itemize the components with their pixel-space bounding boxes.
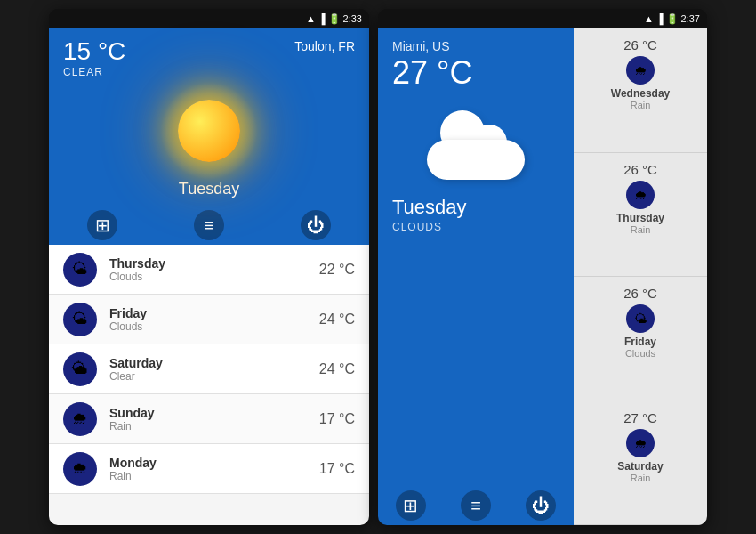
sidebar-cond-2: Clouds: [625, 348, 655, 359]
sidebar-icon-3: 🌧: [626, 429, 655, 457]
forecast-info-4: Monday Rain: [109, 456, 319, 482]
sidebar-icon-2: 🌤: [626, 304, 655, 333]
power-button-1[interactable]: ⏻: [301, 210, 331, 240]
toolbar-2: ⊞ ≡ ⏻: [378, 486, 574, 525]
current-condition: CLEAR: [63, 66, 125, 78]
sidebar-icon-1: 🌧: [626, 181, 655, 209]
status-icons-1: ▲ ▐ 🔋 2:33: [306, 13, 362, 25]
phone2-main-wrapper: Miami, US 27 °C Tuesday CLOUDS ⊞: [378, 28, 574, 525]
forecast-info-0: Thursday Clouds: [109, 256, 319, 283]
forecast-day-3: Sunday: [109, 406, 319, 420]
phone2-condition: CLOUDS: [392, 221, 559, 233]
menu-icon-1: ≡: [204, 215, 214, 236]
menu-button-1[interactable]: ≡: [194, 210, 224, 240]
sidebar-item-1: 26 °C 🌧 Thursday Rain: [574, 153, 707, 278]
current-day-1: Tuesday: [63, 180, 355, 198]
sidebar-item-2: 26 °C 🌤 Friday Clouds: [574, 277, 707, 401]
menu-button-2[interactable]: ≡: [461, 490, 491, 521]
sidebar-temp-2: 26 °C: [623, 286, 657, 301]
forecast-cond-3: Rain: [109, 420, 319, 433]
sidebar-day-1: Thursday: [616, 212, 664, 224]
cloud-icon: [418, 109, 534, 180]
grid-button-2[interactable]: ⊞: [396, 490, 426, 521]
status-bar-2: ▲ ▐ 🔋 2:37: [378, 9, 707, 28]
phone2-body: Miami, US 27 °C Tuesday CLOUDS ⊞: [378, 28, 707, 525]
wifi-icon: ▲: [306, 13, 316, 24]
forecast-cond-1: Clouds: [109, 320, 319, 333]
sidebar-icon-0: 🌧: [626, 56, 655, 85]
sidebar-cond-3: Rain: [631, 473, 651, 483]
forecast-weather-icon-3: 🌧: [72, 409, 88, 428]
forecast-list-1: 🌤 Thursday Clouds 22 °C 🌤 Friday Clouds …: [49, 245, 369, 525]
forecast-row-0: 🌤 Thursday Clouds 22 °C: [49, 245, 369, 295]
sidebar-item-0: 26 °C 🌧 Wednesday Rain: [574, 28, 707, 153]
forecast-temp-0: 22 °C: [319, 262, 355, 278]
forecast-row-1: 🌤 Friday Clouds 24 °C: [49, 295, 369, 344]
forecast-cond-0: Clouds: [109, 271, 319, 283]
grid-icon-2: ⊞: [403, 495, 418, 516]
forecast-icon-3: 🌧: [63, 402, 97, 436]
city-name-1: Toulon, FR: [294, 39, 355, 53]
sidebar-temp-0: 26 °C: [623, 37, 657, 53]
status-icons-2: ▲ ▐ 🔋 2:37: [644, 13, 700, 25]
toolbar-1: ⊞ ≡ ⏻: [49, 206, 369, 245]
time-display-1: 2:33: [343, 13, 362, 24]
forecast-day-2: Saturday: [109, 356, 319, 370]
forecast-icon-1: 🌤: [63, 303, 97, 336]
forecast-icon-2: 🌥: [63, 352, 97, 386]
weather-header-1: 15 °C CLEAR Toulon, FR: [63, 39, 355, 78]
phone2-sidebar: 26 °C 🌧 Wednesday Rain 26 °C 🌧 Thursday …: [574, 28, 707, 525]
signal-icon: ▐: [318, 13, 326, 24]
sidebar-weather-icon-2: 🌤: [634, 312, 647, 326]
forecast-row-2: 🌥 Saturday Clear 24 °C: [49, 344, 369, 394]
signal-icon-2: ▐: [656, 13, 664, 24]
power-icon-2: ⏻: [532, 496, 550, 516]
power-icon-1: ⏻: [307, 215, 325, 236]
forecast-icon-4: 🌧: [63, 452, 97, 486]
menu-icon-2: ≡: [470, 496, 481, 516]
sidebar-cond-1: Rain: [631, 224, 651, 235]
sidebar-weather-icon-3: 🌧: [634, 436, 647, 450]
sidebar-weather-icon-1: 🌧: [634, 188, 647, 202]
grid-icon-1: ⊞: [95, 214, 110, 236]
forecast-weather-icon-2: 🌥: [72, 360, 88, 378]
power-button-2[interactable]: ⏻: [526, 490, 556, 521]
forecast-temp-1: 24 °C: [319, 312, 355, 328]
forecast-row-3: 🌧 Sunday Rain 17 °C: [49, 394, 369, 444]
forecast-row-4: 🌧 Monday Rain 17 °C: [49, 444, 369, 494]
sidebar-weather-icon-0: 🌧: [634, 63, 647, 77]
sidebar-cond-0: Rain: [631, 100, 651, 110]
phone2-day: Tuesday: [392, 196, 559, 219]
cloud-body: [427, 140, 525, 180]
forecast-day-1: Friday: [109, 306, 319, 320]
forecast-cond-4: Rain: [109, 470, 319, 482]
weather-panel-1: 15 °C CLEAR Toulon, FR Tuesday: [49, 28, 369, 206]
forecast-info-1: Friday Clouds: [109, 306, 319, 333]
sun-circle: [178, 100, 240, 162]
time-display-2: 2:37: [681, 13, 700, 24]
phone-1: ▲ ▐ 🔋 2:33 15 °C CLEAR Toulon, FR Tuesda…: [49, 9, 369, 525]
forecast-icon-0: 🌤: [63, 253, 97, 287]
sidebar-day-3: Saturday: [617, 460, 663, 473]
phone2-temp: 27 °C: [392, 55, 559, 91]
current-temp: 15 °C: [63, 39, 125, 64]
phone2-city: Miami, US: [392, 39, 559, 53]
phone2-weather-main: Miami, US 27 °C Tuesday CLOUDS: [378, 28, 574, 486]
forecast-info-3: Sunday Rain: [109, 406, 319, 433]
forecast-temp-2: 24 °C: [319, 361, 355, 377]
forecast-cond-2: Clear: [109, 370, 319, 383]
forecast-temp-3: 17 °C: [319, 411, 355, 427]
forecast-day-4: Monday: [109, 456, 319, 470]
battery-icon-2: 🔋: [666, 13, 679, 25]
phones-container: ▲ ▐ 🔋 2:33 15 °C CLEAR Toulon, FR Tuesda…: [49, 9, 707, 525]
current-temp-block: 15 °C CLEAR: [63, 39, 125, 78]
sidebar-temp-1: 26 °C: [623, 162, 657, 177]
forecast-weather-icon-1: 🌤: [72, 310, 88, 328]
wifi-icon-2: ▲: [644, 13, 654, 24]
phone-2: ▲ ▐ 🔋 2:37 Miami, US 27 °C Tuesday: [378, 9, 707, 525]
battery-icon: 🔋: [328, 13, 341, 25]
forecast-weather-icon-0: 🌤: [72, 260, 88, 279]
grid-button-1[interactable]: ⊞: [87, 210, 117, 240]
forecast-temp-4: 17 °C: [319, 461, 355, 477]
sidebar-day-0: Wednesday: [611, 87, 670, 100]
